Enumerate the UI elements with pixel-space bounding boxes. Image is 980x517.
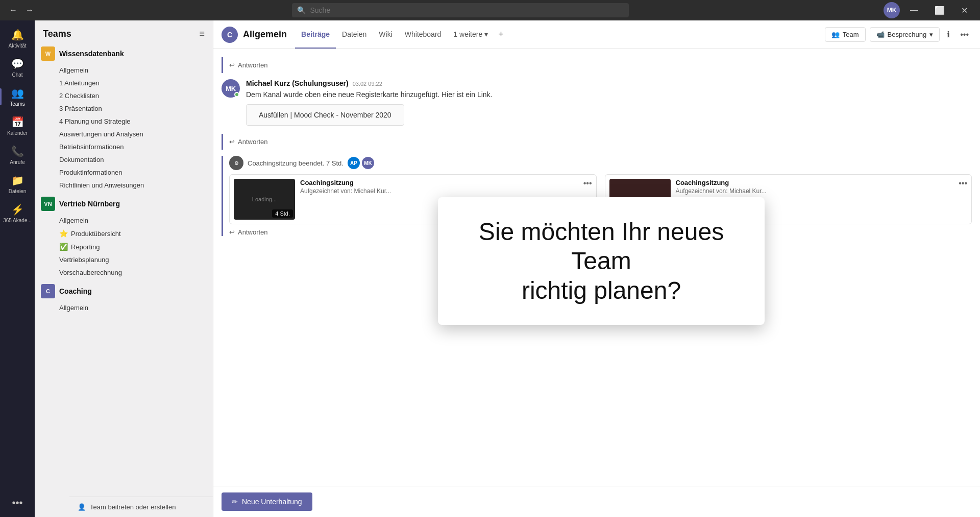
meeting-participants: AP MK xyxy=(348,157,374,169)
user-avatar[interactable]: MK xyxy=(884,2,900,18)
info-button[interactable]: ℹ xyxy=(944,27,953,42)
channel-item-planung[interactable]: 4 Planung und Strategie xyxy=(35,115,213,128)
channel-header: C Allgemein Beiträge Dateien Wiki Whiteb… xyxy=(213,20,980,49)
aktivitat-label: Aktivität xyxy=(8,43,26,49)
rail-item-anrufe[interactable]: 📞 Anrufe xyxy=(0,141,35,169)
meeting-button[interactable]: 📹 Besprechung ▾ xyxy=(870,27,940,42)
channel-header-icon: C xyxy=(222,27,238,43)
team-avatar-wissensdatenbank: W xyxy=(41,46,55,61)
titlebar-left: ← → xyxy=(6,3,37,17)
join-create-button[interactable]: 👤 Team beitreten oder erstellen xyxy=(78,503,176,511)
popup-text: Sie möchten Ihr neues Teamrichtig planen… xyxy=(438,207,765,316)
sidebar-list: W Wissensdatenbank ••• Allgemein 1 Anlei… xyxy=(35,43,213,517)
team-avatar-vertrieb: VN xyxy=(41,197,55,211)
participant-avatar-ap: AP xyxy=(348,157,360,169)
team-header-vertrieb[interactable]: VN Vertrieb Nürnberg ••• xyxy=(35,194,213,214)
new-conversation-button[interactable]: ✏ Neue Unterhaltung xyxy=(222,492,312,511)
tab-beitrage[interactable]: Beiträge xyxy=(295,20,336,49)
more-options-button[interactable]: ••• xyxy=(957,27,972,42)
recording-more-2[interactable]: ••• xyxy=(959,179,967,188)
forward-button[interactable]: → xyxy=(22,3,37,17)
rail-item-365[interactable]: ⚡ 365 Akade... xyxy=(0,199,35,227)
tab-whiteboard[interactable]: Whiteboard xyxy=(399,20,448,49)
star-icon: ⭐ xyxy=(59,229,68,238)
close-button[interactable]: ✕ xyxy=(955,0,974,20)
team-header-wissensdatenbank[interactable]: W Wissensdatenbank ••• xyxy=(35,43,213,64)
message-time-1: 03.02 09:22 xyxy=(353,81,382,87)
channel-item-allgemein-c[interactable]: Allgemein xyxy=(35,301,213,314)
channel-item-produktinfo[interactable]: Produktinformationen xyxy=(35,166,213,179)
recording-title-2: Coachingsitzung xyxy=(676,179,954,186)
rail-item-kalender[interactable]: 📅 Kalender xyxy=(0,112,35,140)
team-name-wissensdatenbank: Wissensdatenbank xyxy=(59,50,194,58)
recording-more-1[interactable]: ••• xyxy=(583,179,592,188)
sidebar-header: Teams ≡ xyxy=(35,20,213,43)
sidebar-footer: 👤 Team beitreten oder erstellen ⚙ xyxy=(69,497,213,517)
edit-icon: ✏ xyxy=(232,498,238,506)
channel-item-betriebsinfo[interactable]: Betriebsinformationen xyxy=(35,140,213,153)
check-icon: ✅ xyxy=(59,243,68,251)
add-tab-button[interactable]: + xyxy=(494,20,508,49)
team-name-vertrieb: Vertrieb Nürnberg xyxy=(59,200,194,208)
loading-text-1: Loading... xyxy=(252,196,277,202)
mood-card[interactable]: Ausfüllen | Mood Check - November 2020 xyxy=(246,104,404,126)
titlebar-right: MK — ⬜ ✕ xyxy=(884,0,974,20)
rail-item-dateien[interactable]: 📁 Dateien xyxy=(0,170,35,198)
recording-sub-1: Aufgezeichnet von: Michael Kur... xyxy=(300,187,578,195)
channel-item-allgemein-v[interactable]: Allgemein xyxy=(35,214,213,227)
team-header-coaching[interactable]: C Coaching ••• xyxy=(35,281,213,301)
participant-avatar-mk: MK xyxy=(362,157,374,169)
teams-icon: 👥 xyxy=(11,87,24,99)
channel-item-vertriebsplanung[interactable]: Vertriebsplanung xyxy=(35,253,213,266)
recording-sub-2: Aufgezeichnet von: Michael Kur... xyxy=(676,187,954,195)
message-author-1: Michael Kurz (Schulungsuser) xyxy=(246,79,349,87)
channel-item-vorschauberechnung[interactable]: Vorschauberechnung xyxy=(35,266,213,279)
search-input[interactable] xyxy=(292,3,629,17)
teams-label: Teams xyxy=(10,101,24,107)
team-name-coaching: Coaching xyxy=(59,287,194,295)
channel-item-anleitungen[interactable]: 1 Anleitungen xyxy=(35,77,213,89)
sidebar-title: Teams xyxy=(43,29,71,39)
tab-more[interactable]: 1 weitere ▾ xyxy=(447,20,494,49)
channel-list-wissensdatenbank: Allgemein 1 Anleitungen 2 Checklisten 3 … xyxy=(35,64,213,192)
rail-item-teams[interactable]: 👥 Teams xyxy=(0,83,35,111)
reply-button-meeting[interactable]: ↩ Antworten xyxy=(229,228,268,236)
chat-icon: 💬 xyxy=(11,58,24,70)
kalender-icon: 📅 xyxy=(11,116,24,128)
tab-dateien[interactable]: Dateien xyxy=(336,20,373,49)
sidebar-filter-button[interactable]: ≡ xyxy=(199,29,205,39)
rail-item-more[interactable]: ••• xyxy=(0,493,35,513)
rail-item-aktivitat[interactable]: 🔔 Aktivität xyxy=(0,25,35,53)
channel-item-checklisten[interactable]: 2 Checklisten xyxy=(35,89,213,102)
channel-item-prasentation[interactable]: 3 Präsentation xyxy=(35,102,213,115)
365-label: 365 Akade... xyxy=(3,218,32,223)
meeting-avatar: ⚙ xyxy=(229,156,243,170)
team-icon: 👥 xyxy=(831,31,840,38)
team-button[interactable]: 👥 Team xyxy=(825,27,866,42)
tab-wiki[interactable]: Wiki xyxy=(373,20,398,49)
channel-item-allgemein-w[interactable]: Allgemein xyxy=(35,64,213,77)
join-icon: 👤 xyxy=(78,503,86,511)
message-header-1: Michael Kurz (Schulungsuser) 03.02 09:22 xyxy=(246,79,972,87)
dateien-icon: 📁 xyxy=(11,174,24,186)
meeting-header: ⚙ Coachingsitzung beendet. 7 Std. AP MK xyxy=(229,156,972,170)
back-button[interactable]: ← xyxy=(6,3,20,17)
maximize-button[interactable]: ⬜ xyxy=(928,0,951,20)
channel-item-dokumentation[interactable]: Dokumentation xyxy=(35,153,213,166)
anrufe-label: Anrufe xyxy=(10,159,24,165)
reply-button-2[interactable]: ↩ Antworten xyxy=(229,138,268,146)
channel-item-produktubersicht[interactable]: ⭐ Produktübersicht xyxy=(35,227,213,240)
kalender-label: Kalender xyxy=(7,130,28,136)
minimize-button[interactable]: — xyxy=(904,0,924,20)
channel-header-actions: 👥 Team 📹 Besprechung ▾ ℹ ••• xyxy=(825,27,972,42)
channel-item-richtlinien[interactable]: Richtlinien und Anweisungen xyxy=(35,179,213,192)
camera-icon: 📹 xyxy=(876,31,885,38)
reply-bar-2: ↩ Antworten xyxy=(222,134,972,150)
rail-item-chat[interactable]: 💬 Chat xyxy=(0,54,35,82)
search-wrapper: 🔍 xyxy=(292,3,629,17)
anrufe-icon: 📞 xyxy=(11,145,24,157)
channel-name: Allgemein xyxy=(243,29,287,40)
channel-item-reporting[interactable]: ✅ Reporting xyxy=(35,240,213,253)
reply-button-top[interactable]: ↩ Antworten xyxy=(229,61,268,69)
channel-item-auswertungen[interactable]: Auswertungen und Analysen xyxy=(35,128,213,140)
